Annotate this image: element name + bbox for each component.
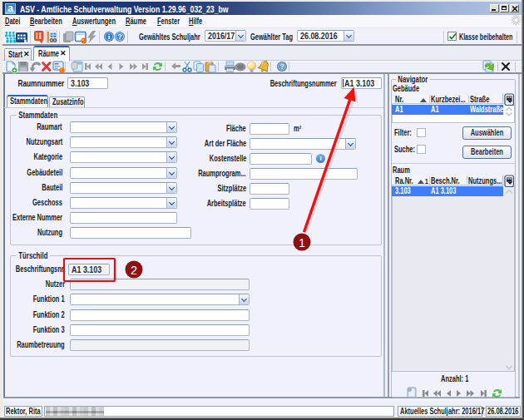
svg-text:1: 1 [299,236,305,250]
svg-text:?: ? [279,62,284,71]
svg-text:?: ? [117,32,121,41]
svg-text:2: 2 [131,264,137,277]
